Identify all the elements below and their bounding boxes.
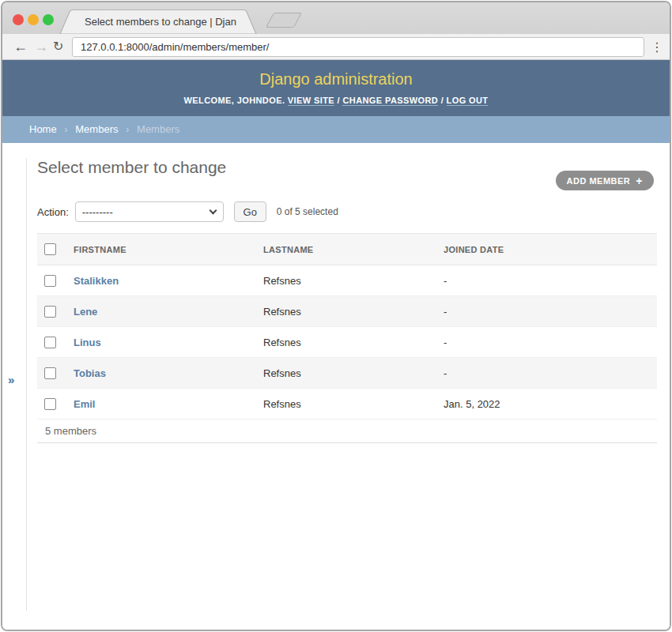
add-member-button[interactable]: ADD MEMBER +: [556, 171, 654, 190]
column-joined-date[interactable]: JOINED DATE: [444, 234, 657, 265]
member-link[interactable]: Stalikken: [74, 275, 119, 287]
view-site-link[interactable]: VIEW SITE: [288, 96, 334, 106]
log-out-link[interactable]: LOG OUT: [447, 96, 489, 106]
breadcrumb-members-app[interactable]: Members: [75, 123, 118, 135]
row-checkbox[interactable]: [44, 337, 56, 348]
admin-site-title[interactable]: Django administration: [2, 70, 670, 88]
new-tab-button[interactable]: [266, 13, 302, 28]
tab-title: Select members to change | Djan: [85, 16, 243, 28]
row-checkbox[interactable]: [44, 306, 56, 318]
joined-date-cell: -: [444, 327, 657, 358]
go-button[interactable]: Go: [234, 201, 266, 222]
browser-titlebar: Select members to change | Djan: [2, 2, 670, 34]
member-link[interactable]: Lene: [74, 306, 97, 318]
breadcrumb-home[interactable]: Home: [29, 123, 57, 135]
selection-count: 0 of 5 selected: [277, 206, 338, 217]
lastname-cell: Refsnes: [263, 265, 444, 296]
sidebar-toggle-icon[interactable]: »: [8, 373, 14, 386]
browser-tab[interactable]: Select members to change | Djan: [59, 9, 259, 34]
member-link[interactable]: Emil: [74, 398, 95, 410]
url-bar[interactable]: 127.0.0.1:8000/admin/members/member/: [72, 37, 644, 57]
lastname-cell: Refsnes: [263, 389, 444, 419]
member-rows: Stalikken Refsnes - Lene Refsnes - Linus…: [37, 265, 657, 419]
row-checkbox[interactable]: [44, 398, 56, 410]
reload-icon[interactable]: ↻: [53, 36, 63, 57]
select-all-checkbox[interactable]: [44, 243, 56, 255]
close-window-icon[interactable]: [13, 14, 24, 25]
joined-date-cell: -: [444, 296, 657, 327]
admin-header: Django administration WELCOME, JOHNDOE. …: [2, 60, 670, 116]
member-link[interactable]: Tobias: [74, 367, 106, 379]
member-count: 5 members: [37, 419, 657, 443]
back-icon[interactable]: ←: [13, 36, 28, 57]
table-row: Linus Refsnes -: [37, 327, 657, 358]
kebab-menu-icon[interactable]: ⋮: [651, 37, 663, 57]
forward-icon: →: [34, 36, 48, 57]
breadcrumb: Home › Members › Members: [2, 116, 670, 143]
username: JOHNDOE: [237, 96, 282, 105]
browser-toolbar: ← → ↻ 127.0.0.1:8000/admin/members/membe…: [2, 34, 670, 60]
column-lastname[interactable]: LASTNAME: [263, 234, 444, 265]
lastname-cell: Refsnes: [263, 296, 444, 327]
table-row: Lene Refsnes -: [37, 296, 657, 327]
browser-window: Select members to change | Djan ← → ↻ 12…: [1, 1, 671, 631]
joined-date-cell: -: [444, 265, 657, 296]
table-header-row: FIRSTNAME LASTNAME JOINED DATE: [37, 234, 657, 265]
welcome-label: WELCOME,: [184, 96, 235, 105]
action-label: Action:: [37, 206, 69, 218]
joined-date-cell: -: [444, 358, 657, 389]
table-row: Tobias Refsnes -: [37, 358, 657, 389]
breadcrumb-current: Members: [137, 123, 179, 135]
member-link[interactable]: Linus: [74, 337, 101, 348]
column-firstname[interactable]: FIRSTNAME: [74, 234, 263, 265]
sidebar-divider: [26, 158, 27, 611]
row-checkbox[interactable]: [44, 367, 56, 379]
lastname-cell: Refsnes: [263, 358, 444, 389]
joined-date-cell: Jan. 5, 2022: [444, 389, 657, 419]
table-row: Emil Refsnes Jan. 5, 2022: [37, 389, 657, 419]
user-tools: WELCOME, JOHNDOE. VIEW SITE / CHANGE PAS…: [2, 96, 670, 105]
plus-icon: +: [636, 175, 643, 187]
change-password-link[interactable]: CHANGE PASSWORD: [342, 96, 438, 106]
screen: Select members to change | Djan ← → ↻ 12…: [0, 0, 672, 632]
minimize-window-icon[interactable]: [28, 14, 39, 25]
members-table: FIRSTNAME LASTNAME JOINED DATE Stalikken…: [37, 233, 657, 419]
changelist-content: » Select member to change ADD MEMBER + A…: [2, 158, 670, 631]
lastname-cell: Refsnes: [263, 327, 444, 358]
maximize-window-icon[interactable]: [43, 14, 54, 25]
row-checkbox[interactable]: [44, 275, 56, 287]
actions-bar: Action: --------- Go 0 of 5 selected: [37, 201, 670, 222]
table-row: Stalikken Refsnes -: [37, 265, 657, 296]
action-select[interactable]: ---------: [75, 201, 224, 222]
